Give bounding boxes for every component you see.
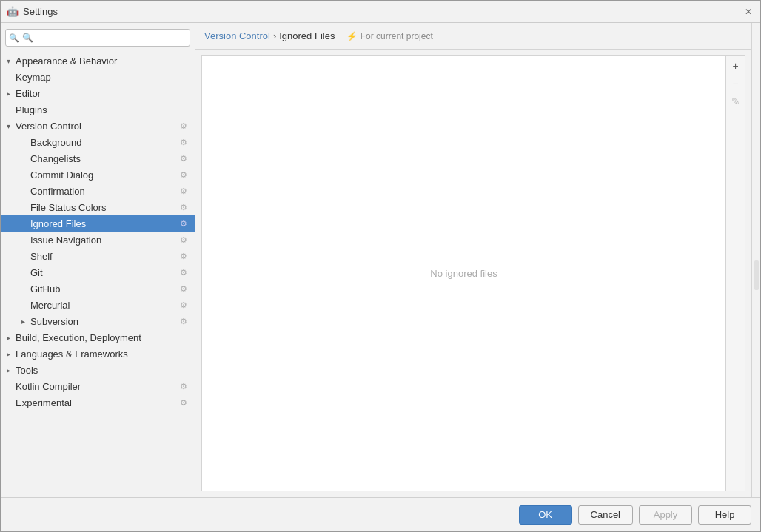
sidebar-item-mercurial[interactable]: Mercurial⚙ [1, 297, 195, 313]
nav-item-label: Git [30, 267, 178, 278]
nav-item-label: Keymap [16, 72, 189, 83]
sidebar-item-kotlin-compiler[interactable]: Kotlin Compiler⚙ [1, 378, 195, 394]
config-icon: ⚙ [178, 169, 189, 180]
nav-item-label: Tools [16, 365, 189, 376]
sidebar-item-vc-commit-dialog[interactable]: Commit Dialog⚙ [1, 166, 195, 183]
sidebar-item-tools[interactable]: ▸Tools [1, 362, 195, 378]
sidebar-item-version-control[interactable]: ▾Version Control⚙ [1, 118, 195, 134]
config-icon: ⚙ [178, 381, 189, 391]
app-icon: 🤖 [7, 6, 19, 18]
ok-button[interactable]: OK [519, 505, 572, 525]
nav-item-label: Background [30, 137, 178, 148]
cancel-button[interactable]: Cancel [578, 505, 633, 525]
help-button[interactable]: Help [698, 505, 751, 525]
arrow-icon: ▸ [7, 350, 16, 358]
config-icon: ⚙ [178, 121, 189, 131]
nav-item-label: Languages & Frameworks [16, 349, 189, 360]
sidebar-item-experimental[interactable]: Experimental⚙ [1, 394, 195, 411]
nav-item-label: Plugins [16, 104, 189, 115]
content-area: Version Control › Ignored Files ⚡ For cu… [195, 23, 751, 497]
nav-item-label: Changelists [30, 153, 178, 164]
nav-item-label: Confirmation [30, 186, 178, 197]
right-gutter [751, 23, 760, 497]
config-icon: ⚙ [178, 235, 189, 245]
scroll-marker [754, 260, 759, 290]
window-title: Settings [23, 6, 58, 17]
breadcrumb-separator: › [273, 30, 276, 41]
breadcrumb-parent[interactable]: Version Control [204, 30, 270, 41]
config-icon: ⚙ [178, 218, 189, 229]
main-content: 🔍 ▾Appearance & BehaviorKeymap▸EditorPlu… [1, 23, 760, 497]
sidebar-item-plugins[interactable]: Plugins [1, 101, 195, 118]
config-icon: ⚙ [178, 267, 189, 277]
sidebar-item-vc-ignored-files[interactable]: Ignored Files⚙ [1, 215, 195, 232]
sidebar-item-appearance[interactable]: ▾Appearance & Behavior [1, 53, 195, 69]
panel-area: No ignored files + − ✎ [201, 55, 745, 491]
remove-button[interactable]: − [728, 75, 744, 92]
nav-item-label: Kotlin Compiler [16, 381, 178, 392]
config-icon: ⚙ [178, 316, 189, 326]
breadcrumb-bar: Version Control › Ignored Files ⚡ For cu… [195, 23, 751, 50]
panel-content: No ignored files [202, 56, 725, 491]
settings-window: 🤖 Settings ✕ 🔍 ▾Appearance & BehaviorKey… [0, 0, 761, 532]
sidebar-item-vc-file-status-colors[interactable]: File Status Colors⚙ [1, 199, 195, 215]
config-icon: ⚙ [178, 300, 189, 310]
nav-item-label: GitHub [30, 283, 178, 294]
sidebar-item-git[interactable]: Git⚙ [1, 264, 195, 280]
edit-button[interactable]: ✎ [728, 93, 744, 110]
sidebar-item-editor[interactable]: ▸Editor [1, 85, 195, 101]
nav-item-label: Ignored Files [30, 218, 178, 229]
title-bar-left: 🤖 Settings [7, 6, 58, 18]
sidebar-item-vc-changelists[interactable]: Changelists⚙ [1, 150, 195, 166]
sidebar-item-keymap[interactable]: Keymap [1, 69, 195, 85]
nav-container: ▾Appearance & BehaviorKeymap▸EditorPlugi… [1, 53, 195, 411]
footer: OK Cancel Apply Help [1, 497, 760, 531]
config-icon: ⚙ [178, 283, 189, 294]
config-icon: ⚙ [178, 137, 189, 147]
arrow-icon: ▸ [7, 90, 16, 98]
close-button[interactable]: ✕ [742, 6, 754, 18]
search-box: 🔍 [5, 29, 190, 47]
nav-item-label: Mercurial [30, 300, 178, 311]
config-icon: ⚙ [178, 153, 189, 164]
arrow-icon: ▸ [7, 366, 16, 374]
empty-message: No ignored files [430, 268, 497, 279]
apply-button[interactable]: Apply [639, 505, 692, 525]
sidebar-item-languages-frameworks[interactable]: ▸Languages & Frameworks [1, 346, 195, 362]
panel-toolbar: + − ✎ [725, 56, 745, 491]
sidebar-item-subversion[interactable]: ▸Subversion⚙ [1, 313, 195, 329]
nav-item-label: Build, Execution, Deployment [16, 332, 189, 343]
arrow-icon: ▾ [7, 57, 16, 65]
nav-item-label: Experimental [16, 397, 178, 408]
arrow-icon: ▾ [7, 122, 16, 130]
search-icon: 🔍 [9, 33, 19, 43]
config-icon: ⚙ [178, 202, 189, 212]
nav-item-label: Issue Navigation [30, 235, 178, 246]
arrow-icon: ▸ [21, 317, 30, 326]
nav-item-label: Subversion [30, 316, 178, 327]
nav-item-label: Editor [16, 88, 189, 99]
title-bar: 🤖 Settings ✕ [1, 1, 760, 23]
nav-item-label: Commit Dialog [30, 169, 178, 181]
sidebar-item-vc-background[interactable]: Background⚙ [1, 134, 195, 150]
config-icon: ⚙ [178, 251, 189, 261]
sidebar-item-github[interactable]: GitHub⚙ [1, 280, 195, 297]
sidebar-item-vc-confirmation[interactable]: Confirmation⚙ [1, 183, 195, 199]
sidebar: 🔍 ▾Appearance & BehaviorKeymap▸EditorPlu… [1, 23, 195, 497]
sidebar-item-vc-issue-navigation[interactable]: Issue Navigation⚙ [1, 232, 195, 248]
breadcrumb-current: Ignored Files [279, 30, 335, 41]
project-tag: ⚡ For current project [346, 31, 432, 41]
config-icon: ⚙ [178, 186, 189, 196]
arrow-icon: ▸ [7, 334, 16, 342]
search-input[interactable] [5, 29, 190, 47]
nav-item-label: Shelf [30, 251, 178, 262]
nav-item-label: Appearance & Behavior [16, 55, 189, 67]
sidebar-item-build-execution[interactable]: ▸Build, Execution, Deployment [1, 329, 195, 346]
sidebar-item-vc-shelf[interactable]: Shelf⚙ [1, 248, 195, 264]
config-icon: ⚙ [178, 397, 189, 408]
nav-item-label: Version Control [16, 121, 178, 132]
add-button[interactable]: + [728, 58, 744, 74]
nav-item-label: File Status Colors [30, 202, 178, 213]
